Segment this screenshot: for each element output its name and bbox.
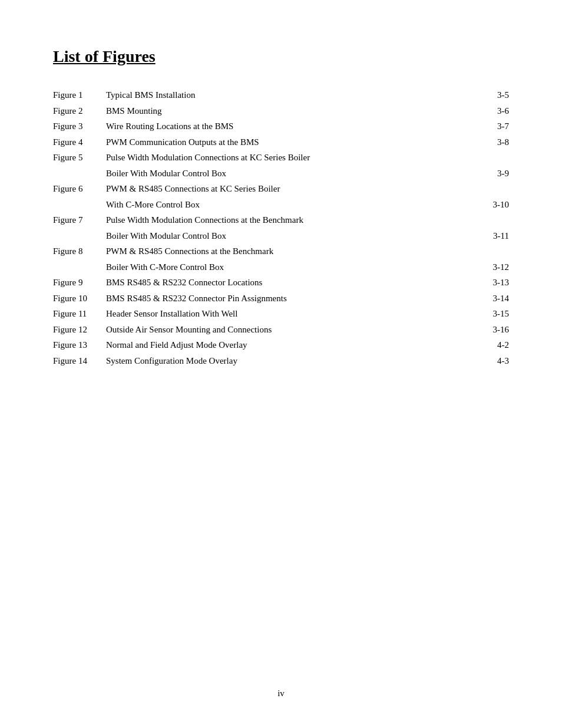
figure-page: 3-16 xyxy=(480,322,509,338)
figure-description: Normal and Field Adjust Mode Overlay xyxy=(106,337,480,353)
figure-description-line2: Boiler With Modular Control Box xyxy=(106,228,480,244)
table-row: Figure 2 BMS Mounting 3-6 xyxy=(53,103,509,119)
table-row: Figure 8 PWM & RS485 Connections at the … xyxy=(53,243,509,259)
figure-page: 3-14 xyxy=(480,291,509,307)
table-row: Figure 5 Pulse Width Modulation Connecti… xyxy=(53,150,509,166)
figure-description: PWM Communication Outputs at the BMS xyxy=(106,134,480,150)
figure-page xyxy=(480,150,509,166)
figure-description-line2: Boiler With Modular Control Box xyxy=(106,166,480,182)
figure-description: Typical BMS Installation xyxy=(106,87,480,103)
table-row-continuation: Boiler With Modular Control Box 3-9 xyxy=(53,166,509,182)
figure-id: Figure 2 xyxy=(53,103,106,119)
figure-page-value: 3-12 xyxy=(480,259,509,275)
figure-id-empty xyxy=(53,166,106,182)
figure-id-empty xyxy=(53,228,106,244)
figure-page: 3-5 xyxy=(480,87,509,103)
table-row: Figure 9 BMS RS485 & RS232 Connector Loc… xyxy=(53,275,509,291)
figure-description-line1: Pulse Width Modulation Connections at KC… xyxy=(106,150,480,166)
figure-description-line1: PWM & RS485 Connections at the Benchmark xyxy=(106,243,480,259)
figure-description-line2: With C-More Control Box xyxy=(106,197,480,213)
table-row-continuation: Boiler With C-More Control Box 3-12 xyxy=(53,259,509,275)
table-row-continuation: Boiler With Modular Control Box 3-11 xyxy=(53,228,509,244)
figure-description: BMS RS485 & RS232 Connector Pin Assignme… xyxy=(106,291,480,307)
figure-page: 3-6 xyxy=(480,103,509,119)
figure-page: 3-13 xyxy=(480,275,509,291)
figure-page: 3-8 xyxy=(480,134,509,150)
figure-description: Wire Routing Locations at the BMS xyxy=(106,118,480,134)
figure-page: 3-15 xyxy=(480,306,509,322)
figure-id: Figure 9 xyxy=(53,275,106,291)
figure-id: Figure 3 xyxy=(53,118,106,134)
page-title: List of Figures xyxy=(53,47,509,66)
table-row: Figure 4 PWM Communication Outputs at th… xyxy=(53,134,509,150)
figure-description-line1: Pulse Width Modulation Connections at th… xyxy=(106,212,480,228)
figure-id: Figure 10 xyxy=(53,291,106,307)
figure-description: Outside Air Sensor Mounting and Connecti… xyxy=(106,322,480,338)
table-row-continuation: With C-More Control Box 3-10 xyxy=(53,197,509,213)
page: List of Figures Figure 1 Typical BMS Ins… xyxy=(0,0,562,728)
figure-id: Figure 11 xyxy=(53,306,106,322)
table-row: Figure 12 Outside Air Sensor Mounting an… xyxy=(53,322,509,338)
figure-id: Figure 4 xyxy=(53,134,106,150)
table-row: Figure 1 Typical BMS Installation 3-5 xyxy=(53,87,509,103)
figure-page: 3-7 xyxy=(480,118,509,134)
figure-id: Figure 13 xyxy=(53,337,106,353)
table-row: Figure 14 System Configuration Mode Over… xyxy=(53,353,509,369)
table-row: Figure 7 Pulse Width Modulation Connecti… xyxy=(53,212,509,228)
figure-page xyxy=(480,212,509,228)
figure-description-line1: PWM & RS485 Connections at KC Series Boi… xyxy=(106,181,480,197)
figure-id: Figure 5 xyxy=(53,150,106,166)
figure-description: System Configuration Mode Overlay xyxy=(106,353,480,369)
figure-page xyxy=(480,181,509,197)
figure-page xyxy=(480,243,509,259)
figures-table: Figure 1 Typical BMS Installation 3-5 Fi… xyxy=(53,87,509,368)
figure-page-value: 3-11 xyxy=(480,228,509,244)
table-row: Figure 11 Header Sensor Installation Wit… xyxy=(53,306,509,322)
page-footer: iv xyxy=(0,689,562,699)
table-row: Figure 13 Normal and Field Adjust Mode O… xyxy=(53,337,509,353)
table-row: Figure 10 BMS RS485 & RS232 Connector Pi… xyxy=(53,291,509,307)
figure-id: Figure 6 xyxy=(53,181,106,197)
figure-id-empty xyxy=(53,197,106,213)
figure-id: Figure 12 xyxy=(53,322,106,338)
figure-id: Figure 8 xyxy=(53,243,106,259)
figure-page: 4-2 xyxy=(480,337,509,353)
figure-id-empty xyxy=(53,259,106,275)
figure-page: 4-3 xyxy=(480,353,509,369)
figure-page-value: 3-9 xyxy=(480,166,509,182)
page-number: iv xyxy=(277,689,285,698)
figure-id: Figure 14 xyxy=(53,353,106,369)
figure-id: Figure 7 xyxy=(53,212,106,228)
table-row: Figure 6 PWM & RS485 Connections at KC S… xyxy=(53,181,509,197)
figure-page-value: 3-10 xyxy=(480,197,509,213)
figure-description: Header Sensor Installation With Well xyxy=(106,306,480,322)
figure-id: Figure 1 xyxy=(53,87,106,103)
figure-description: BMS RS485 & RS232 Connector Locations xyxy=(106,275,480,291)
figure-description: BMS Mounting xyxy=(106,103,480,119)
table-row: Figure 3 Wire Routing Locations at the B… xyxy=(53,118,509,134)
figure-description-line2: Boiler With C-More Control Box xyxy=(106,259,480,275)
